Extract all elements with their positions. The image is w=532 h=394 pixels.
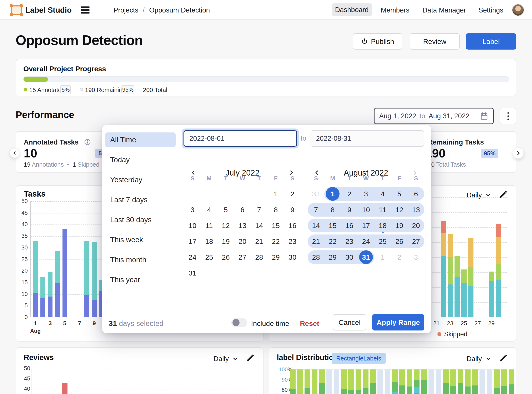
- calendar-day[interactable]: 26: [218, 249, 234, 265]
- calendar-day[interactable]: 29: [324, 249, 341, 265]
- calendar-day[interactable]: 6: [408, 186, 424, 202]
- cancel-button[interactable]: Cancel: [333, 314, 366, 331]
- calendar-day[interactable]: 1: [324, 186, 341, 202]
- preset-today[interactable]: Today: [105, 152, 176, 167]
- calendar-day[interactable]: 13: [408, 202, 424, 218]
- calendar-day[interactable]: 30: [284, 249, 301, 265]
- bar-segment: [496, 237, 501, 264]
- preset-this-week[interactable]: This week: [105, 232, 176, 247]
- calendar-day[interactable]: 23: [341, 233, 358, 249]
- preset-this-month[interactable]: This month: [105, 252, 176, 267]
- calendar-day[interactable]: 17: [184, 233, 201, 249]
- calendar-day[interactable]: 5: [391, 186, 408, 202]
- calendar-day[interactable]: 1: [267, 186, 284, 202]
- calendar-day[interactable]: 22: [324, 233, 341, 249]
- end-date-input[interactable]: 2022-08-31: [311, 130, 424, 147]
- tab-dashboard[interactable]: Dashboard: [332, 3, 372, 16]
- skipped-legend-dot-icon: [438, 332, 441, 336]
- calendar-day[interactable]: 24: [358, 233, 374, 249]
- calendar-day[interactable]: 25: [374, 233, 391, 249]
- preset-last-7-days[interactable]: Last 7 days: [105, 192, 176, 207]
- calendar-day[interactable]: 16: [341, 218, 358, 233]
- review-button[interactable]: Review: [410, 33, 460, 50]
- calendar-day[interactable]: 19: [391, 218, 408, 233]
- date-range-button[interactable]: Aug 1, 2022 to Aug 31, 2022: [374, 108, 494, 124]
- calendar-day[interactable]: 6: [234, 202, 251, 218]
- calendar-day[interactable]: 14: [251, 218, 267, 233]
- reviews-chart-card: Reviews Daily 504540: [16, 347, 264, 394]
- tab-settings[interactable]: Settings: [479, 6, 503, 14]
- calendar-day[interactable]: 1: [374, 249, 391, 265]
- carousel-prev-button[interactable]: [10, 148, 19, 158]
- apply-range-button[interactable]: Apply Range: [372, 314, 424, 331]
- calendar-day[interactable]: 2: [391, 249, 408, 265]
- calendar-day[interactable]: 18: [201, 233, 218, 249]
- calendar-day[interactable]: 3: [184, 202, 201, 218]
- calendar-day[interactable]: 31: [184, 265, 201, 281]
- calendar-day[interactable]: 3: [358, 186, 374, 202]
- calendar-day[interactable]: 31: [358, 249, 374, 265]
- calendar-day[interactable]: 3: [408, 249, 424, 265]
- calendar-day[interactable]: 7: [308, 202, 324, 218]
- include-time-toggle[interactable]: [231, 318, 247, 327]
- calendar-day[interactable]: 10: [184, 218, 201, 233]
- calendar-day[interactable]: 20: [234, 233, 251, 249]
- calendar-day[interactable]: 22: [267, 233, 284, 249]
- calendar-day[interactable]: 12: [391, 202, 408, 218]
- calendar-day[interactable]: 23: [284, 233, 301, 249]
- hamburger-menu-icon[interactable]: [81, 6, 89, 14]
- calendar-day[interactable]: 31: [308, 186, 324, 202]
- calendar-day[interactable]: 8: [324, 202, 341, 218]
- calendar-day[interactable]: 21: [251, 233, 267, 249]
- bar-segment: [84, 241, 89, 295]
- carousel-next-button[interactable]: [513, 148, 524, 159]
- calendar-day[interactable]: 15: [324, 218, 341, 233]
- preset-last-30-days[interactable]: Last 30 days: [105, 213, 176, 227]
- breadcrumb-projects[interactable]: Projects: [114, 6, 138, 14]
- preset-all-time[interactable]: All Time: [105, 132, 176, 147]
- calendar-day[interactable]: 16: [284, 218, 301, 233]
- calendar-day[interactable]: 28: [251, 249, 267, 265]
- tab-members[interactable]: Members: [381, 6, 410, 14]
- kebab-menu-button[interactable]: [500, 108, 516, 124]
- calendar-day[interactable]: 30: [341, 249, 358, 265]
- calendar-day[interactable]: 26: [391, 233, 408, 249]
- calendar-day[interactable]: 4: [201, 202, 218, 218]
- calendar-day[interactable]: 27: [408, 233, 424, 249]
- calendar-day[interactable]: 9: [341, 202, 358, 218]
- calendar-day[interactable]: 2: [284, 186, 301, 202]
- calendar-day[interactable]: 2: [341, 186, 358, 202]
- calendar-day[interactable]: 12: [218, 218, 234, 233]
- reset-button[interactable]: Reset: [300, 319, 319, 327]
- calendar-day[interactable]: 13: [234, 218, 251, 233]
- preset-yesterday[interactable]: Yesterday: [105, 172, 176, 187]
- bar-segment: [487, 369, 492, 394]
- calendar-day[interactable]: 11: [374, 202, 391, 218]
- label-button[interactable]: Label: [466, 33, 516, 50]
- calendar-day[interactable]: 18: [374, 218, 391, 233]
- calendar-day[interactable]: 29: [267, 249, 284, 265]
- calendar-day[interactable]: 8: [267, 202, 284, 218]
- calendar-day[interactable]: 25: [201, 249, 218, 265]
- calendar-day[interactable]: 15: [267, 218, 284, 233]
- publish-button[interactable]: Publish: [353, 33, 402, 50]
- calendar-day[interactable]: 7: [251, 202, 267, 218]
- calendar-day[interactable]: 4: [374, 186, 391, 202]
- calendar-day[interactable]: 5: [218, 202, 234, 218]
- calendar-day[interactable]: 14: [308, 218, 324, 233]
- calendar-day[interactable]: 10: [358, 202, 374, 218]
- calendar-day[interactable]: 27: [234, 249, 251, 265]
- info-icon[interactable]: [84, 138, 91, 146]
- preset-this-year[interactable]: This year: [105, 272, 176, 287]
- calendar-day[interactable]: 21: [308, 233, 324, 249]
- calendar-day[interactable]: 11: [201, 218, 218, 233]
- calendar-day[interactable]: 9: [284, 202, 301, 218]
- calendar-day[interactable]: 19: [218, 233, 234, 249]
- tab-data-manager[interactable]: Data Manager: [422, 6, 466, 14]
- calendar-day[interactable]: 24: [184, 249, 201, 265]
- calendar-day[interactable]: 20: [408, 218, 424, 233]
- calendar-day[interactable]: 28: [308, 249, 324, 265]
- calendar-day[interactable]: 17: [358, 218, 374, 233]
- user-avatar[interactable]: [512, 4, 524, 16]
- start-date-input[interactable]: 2022-08-01: [183, 130, 297, 147]
